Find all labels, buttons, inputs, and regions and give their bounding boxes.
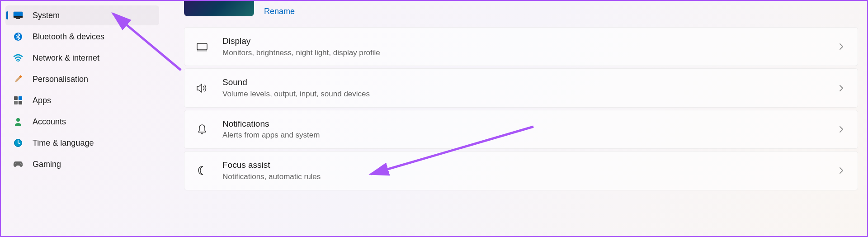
chevron-right-icon bbox=[839, 166, 847, 175]
svg-rect-6 bbox=[14, 96, 18, 100]
sidebar-item-bluetooth[interactable]: Bluetooth & devices bbox=[5, 27, 159, 47]
sidebar-item-label: Time & language bbox=[33, 138, 94, 148]
bell-icon bbox=[195, 123, 209, 136]
card-text: Display Monitors, brightness, night ligh… bbox=[222, 35, 839, 58]
card-subtitle: Volume levels, output, input, sound devi… bbox=[222, 89, 839, 100]
card-sound[interactable]: Sound Volume levels, output, input, soun… bbox=[184, 68, 858, 107]
device-info: Rename bbox=[264, 7, 295, 19]
svg-point-4 bbox=[18, 61, 19, 62]
svg-point-10 bbox=[16, 118, 20, 122]
svg-rect-7 bbox=[19, 96, 22, 100]
svg-point-13 bbox=[15, 163, 16, 164]
card-text: Focus assist Notifications, automatic ru… bbox=[222, 159, 839, 182]
sidebar-item-label: Accounts bbox=[33, 117, 66, 127]
gamepad-icon bbox=[13, 159, 24, 170]
card-subtitle: Alerts from apps and system bbox=[222, 130, 839, 141]
device-section: Rename bbox=[184, 1, 858, 19]
chevron-right-icon bbox=[839, 125, 847, 133]
bluetooth-icon bbox=[13, 31, 24, 42]
sidebar-item-label: Bluetooth & devices bbox=[33, 32, 104, 42]
svg-point-14 bbox=[20, 163, 21, 164]
apps-icon bbox=[13, 95, 24, 106]
sidebar-item-label: Personalisation bbox=[33, 75, 88, 84]
device-thumbnail bbox=[184, 1, 254, 16]
card-text: Notifications Alerts from apps and syste… bbox=[222, 118, 839, 141]
card-notifications[interactable]: Notifications Alerts from apps and syste… bbox=[184, 110, 858, 149]
card-subtitle: Monitors, brightness, night light, displ… bbox=[222, 47, 839, 58]
sidebar-item-label: Gaming bbox=[33, 160, 61, 169]
card-focus-assist[interactable]: Focus assist Notifications, automatic ru… bbox=[184, 151, 858, 190]
chevron-right-icon bbox=[839, 43, 847, 51]
rename-link[interactable]: Rename bbox=[264, 7, 295, 16]
sidebar-item-apps[interactable]: Apps bbox=[5, 90, 159, 110]
sidebar-item-label: Network & internet bbox=[33, 53, 99, 63]
chevron-right-icon bbox=[839, 84, 847, 92]
system-icon bbox=[13, 10, 24, 21]
sidebar-item-accounts[interactable]: Accounts bbox=[5, 112, 159, 132]
brush-icon bbox=[13, 74, 24, 85]
person-icon bbox=[13, 116, 24, 127]
svg-rect-2 bbox=[16, 18, 20, 19]
clock-globe-icon bbox=[13, 137, 24, 148]
svg-rect-9 bbox=[19, 101, 22, 104]
moon-icon bbox=[195, 164, 209, 177]
main-content: Rename Display Monitors, brightness, nig… bbox=[166, 1, 867, 236]
card-title: Display bbox=[222, 35, 839, 47]
card-subtitle: Notifications, automatic rules bbox=[222, 171, 839, 182]
svg-point-15 bbox=[21, 164, 22, 165]
sound-icon bbox=[195, 81, 209, 95]
sidebar-item-time[interactable]: Time & language bbox=[5, 133, 159, 153]
card-text: Sound Volume levels, output, input, soun… bbox=[222, 76, 839, 99]
card-title: Notifications bbox=[222, 118, 839, 130]
sidebar-item-network[interactable]: Network & internet bbox=[5, 48, 159, 68]
sidebar-item-gaming[interactable]: Gaming bbox=[5, 154, 159, 174]
sidebar: System Bluetooth & devices Network & int… bbox=[1, 1, 166, 236]
sidebar-item-label: System bbox=[33, 11, 60, 20]
svg-rect-1 bbox=[14, 16, 23, 18]
card-title: Sound bbox=[222, 76, 839, 89]
wifi-icon bbox=[13, 52, 24, 63]
card-display[interactable]: Display Monitors, brightness, night ligh… bbox=[184, 27, 858, 66]
card-title: Focus assist bbox=[222, 159, 839, 171]
display-icon bbox=[195, 40, 209, 53]
sidebar-item-label: Apps bbox=[33, 96, 51, 105]
svg-rect-8 bbox=[14, 101, 18, 104]
sidebar-item-system[interactable]: System bbox=[5, 5, 159, 25]
sidebar-item-personalisation[interactable]: Personalisation bbox=[5, 69, 159, 89]
svg-rect-16 bbox=[197, 43, 207, 50]
